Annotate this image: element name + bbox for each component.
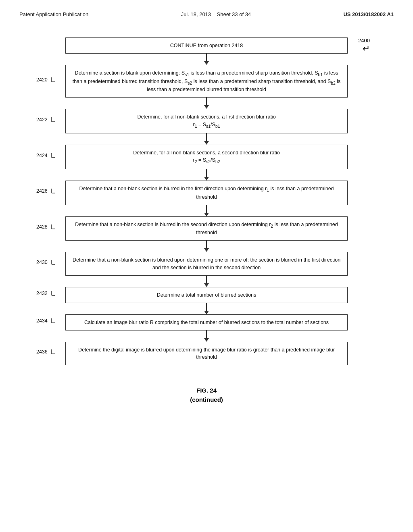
- step-label-2434: 2434: [36, 318, 55, 327]
- corner-mark-2434: [48, 318, 55, 327]
- flow-arrow-3: [204, 169, 209, 181]
- flow-row-2432: 2432 Determine a total number of blurred…: [65, 287, 348, 303]
- step-label-2430: 2430: [36, 260, 55, 268]
- step-box-2420: Determine a section is blank upon determ…: [65, 65, 348, 98]
- caption-line1: FIG. 24: [0, 386, 413, 395]
- step-label-2422: 2422: [36, 117, 55, 126]
- step-box-2422: Determine, for all non-blank sections, a…: [65, 109, 348, 133]
- header-publication-label: Patent Application Publication: [19, 11, 88, 17]
- figure-caption: FIG. 24 (continued): [0, 386, 413, 404]
- header-left: Patent Application Publication: [19, 11, 88, 17]
- steps-container: 2420 Determine a section is blank upon d…: [65, 54, 348, 365]
- start-box: CONTINUE from operation 2418: [65, 37, 348, 54]
- flow-row-2428: 2428 Determine that a non-blank section …: [65, 216, 348, 241]
- flow-row-2434: 2434 Calculate an image blur ratio R com…: [65, 314, 348, 330]
- header-patent-number: US 2013/0182002 A1: [343, 11, 394, 17]
- flow-arrow-1: [204, 98, 209, 109]
- flow-row-2436: 2436 Determine the digital image is blur…: [65, 342, 348, 365]
- header-sheet: Sheet 33 of 34: [217, 11, 251, 17]
- flow-row-2424: 2424 Determine, for all non-blank sectio…: [65, 145, 348, 169]
- page: { "header": { "left": "Patent Applicatio…: [0, 0, 413, 532]
- flow-arrow-8: [204, 330, 209, 342]
- step-label-2426: 2426: [36, 188, 55, 197]
- caption-line2: (continued): [0, 395, 413, 405]
- step-box-2426: Determine that a non-blank section is bl…: [65, 181, 348, 205]
- return-arrow: ↵: [363, 44, 370, 54]
- diagram-area: 2400 ↵ CONTINUE from operation 2418 2420…: [0, 21, 413, 373]
- corner-mark-2422: [48, 117, 55, 126]
- step-box-2432: Determine a total number of blurred sect…: [65, 287, 348, 303]
- step-label-2428: 2428: [36, 224, 55, 233]
- corner-mark-2424: [48, 153, 55, 162]
- flow-row-2422: 2422 Determine, for all non-blank sectio…: [65, 109, 348, 133]
- step-label-2436: 2436: [36, 349, 55, 358]
- flow-arrow-7: [204, 303, 209, 314]
- flow-arrow-4: [204, 205, 209, 216]
- corner-mark-2420: [48, 77, 55, 86]
- step-box-2428: Determine that a non-blank section is bl…: [65, 216, 348, 241]
- corner-mark-2426: [48, 188, 55, 197]
- corner-mark-2432: [48, 291, 55, 299]
- fig-number: 2400: [358, 37, 370, 44]
- corner-mark-2430: [48, 260, 55, 268]
- page-header: Patent Application Publication Jul. 18, …: [0, 0, 413, 21]
- flow-arrow-2: [204, 133, 209, 145]
- fig-number-label: 2400 ↵: [358, 37, 370, 54]
- step-label-2432: 2432: [36, 291, 55, 299]
- step-label-2424: 2424: [36, 153, 55, 162]
- corner-mark-2436: [48, 349, 55, 358]
- step-box-2436: Determine the digital image is blurred u…: [65, 342, 348, 365]
- step-box-2424: Determine, for all non-blank sections, a…: [65, 145, 348, 169]
- flow-row-2420: 2420 Determine a section is blank upon d…: [65, 65, 348, 98]
- header-center: Jul. 18, 2013 Sheet 33 of 34: [181, 11, 251, 17]
- step-label-2420: 2420: [36, 77, 55, 86]
- step-box-2430: Determine that a non-blank section is bl…: [65, 252, 348, 275]
- flow-row-2430: 2430 Determine that a non-blank section …: [65, 252, 348, 275]
- flow-row-2426: 2426 Determine that a non-blank section …: [65, 181, 348, 205]
- flow-arrow-0: [204, 54, 209, 65]
- flow-container: 2400 ↵ CONTINUE from operation 2418 2420…: [65, 37, 348, 365]
- flow-arrow-5: [204, 241, 209, 252]
- header-date: Jul. 18, 2013: [181, 11, 211, 17]
- step-box-2434: Calculate an image blur ratio R comprisi…: [65, 314, 348, 330]
- start-box-text: CONTINUE from operation 2418: [170, 43, 243, 48]
- corner-mark-2428: [48, 224, 55, 233]
- flow-arrow-6: [204, 276, 209, 287]
- header-right: US 2013/0182002 A1: [343, 11, 394, 17]
